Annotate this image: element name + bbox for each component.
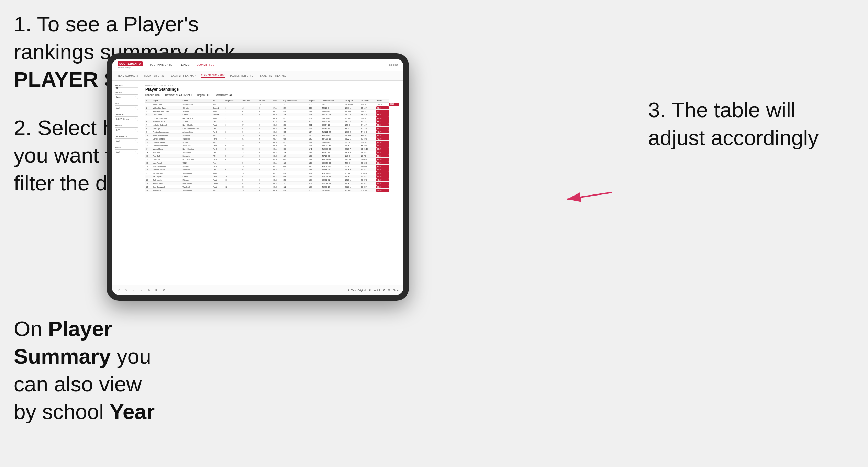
nav-link-committee[interactable]: COMMITTEE xyxy=(197,63,215,66)
cell-18-2: Arizona xyxy=(182,165,212,168)
cell-7-6: 2 xyxy=(258,127,272,130)
tablet-device: SCOREBOARD Powered by dipp8 TOURNAMENTS … xyxy=(107,53,409,301)
annotation-bottom: On PlayerSummary you can also view by sc… xyxy=(0,315,268,426)
cell-7-13: 49.42 xyxy=(376,127,389,130)
sub-nav-team-h2h-heatmap[interactable]: TEAM H2H HEATMAP xyxy=(169,75,195,77)
cell-23-12: 19-26-0 xyxy=(360,182,376,185)
cell-13-3: Third xyxy=(212,147,224,151)
no-rds-slider[interactable] xyxy=(115,87,138,88)
cell-21-8: -0.8 xyxy=(282,175,308,178)
sidebar-gender-control[interactable]: Men ▾ xyxy=(115,94,138,99)
cell-9-3: Fifth xyxy=(212,134,224,137)
sidebar-gender-label: Gender xyxy=(115,91,138,93)
cell-8-11: 19-39-2 xyxy=(344,130,360,134)
sub-nav-player-summary[interactable]: PLAYER SUMMARY xyxy=(201,74,225,78)
tablet-screen: SCOREBOARD Powered by dipp8 TOURNAMENTS … xyxy=(112,59,403,295)
nav-sign-out[interactable]: Sign out xyxy=(389,64,398,66)
cell-15-9: 1.92 xyxy=(308,154,321,158)
cell-4-0: 5 xyxy=(145,116,152,120)
filter-conference-value: All xyxy=(229,94,232,96)
sidebar-division-control[interactable]: NCAA Division I ▾ xyxy=(115,116,138,121)
toolbar-view: 👁 View: Original xyxy=(347,289,366,291)
cell-1-13: 76.3 xyxy=(376,106,389,110)
cell-3-1: Luke Claton xyxy=(152,113,182,116)
sub-nav-team-h2h-grid[interactable]: TEAM H2H GRID xyxy=(144,75,164,77)
table-row: 21Taiohon SongWashingtonFourth523169.1-1… xyxy=(145,171,399,175)
sidebar-conference-control[interactable]: (All) ▾ xyxy=(115,138,138,143)
sidebar-region-control[interactable]: N/A ▾ xyxy=(115,127,138,132)
cell-25-7: 68.6 xyxy=(272,189,282,192)
cell-10-10: 387-133-16 xyxy=(321,137,344,141)
cell-4-6: 2 xyxy=(258,116,272,120)
sidebar-player-control[interactable]: (All) ▾ xyxy=(115,149,138,154)
cell-4-10: 533-57-16 xyxy=(321,116,344,120)
cell-4-4: 2 xyxy=(224,116,241,120)
cell-6-10: 698-54-13 xyxy=(321,123,344,127)
cell-24-5: 23 xyxy=(241,185,258,189)
cell-0-10: 3.07 xyxy=(321,103,344,106)
grid-icon[interactable]: ⊞ xyxy=(388,289,390,292)
nav-link-teams[interactable]: TEAMS xyxy=(179,63,190,66)
cell-4-2: Georgia Tech xyxy=(182,116,212,120)
cell-13-13: 38.75 xyxy=(376,147,389,151)
chevron-down-icon-4: ▾ xyxy=(135,129,136,131)
cell-6-5: 27 xyxy=(241,123,258,127)
paste-icon[interactable]: ⊞ xyxy=(154,288,159,293)
cell-5-12: 50-18-9 xyxy=(360,120,376,123)
undo-icon[interactable]: ↩ xyxy=(116,288,121,293)
cell-21-13: 40.69 xyxy=(376,175,389,178)
cell-16-10: 406-172-16 xyxy=(321,158,344,161)
cell-25-0: 26 xyxy=(145,189,152,192)
redo-icon[interactable]: ↪ xyxy=(124,288,129,293)
watch-label[interactable]: Watch xyxy=(374,289,381,291)
cell-18-13: 41.81 xyxy=(376,165,389,168)
clock-icon[interactable]: ⊙ xyxy=(162,288,166,293)
cell-12-1: Phichaksn Maichon xyxy=(152,144,182,147)
cell-14-13: 40.55 xyxy=(376,151,389,154)
cell-4-1: Christo Lamprecht xyxy=(152,116,182,120)
copy-icon[interactable]: ⧉ xyxy=(146,288,151,293)
cell-9-0: 10 xyxy=(145,134,152,137)
forward-icon[interactable]: › xyxy=(139,288,144,293)
filter-region-label: Region: xyxy=(197,94,205,96)
cell-20-3: Fourth xyxy=(212,171,224,175)
cell-20-8: -1.8 xyxy=(282,171,308,175)
update-time: Update time: 27/03/2024 16:56:26 xyxy=(145,84,399,86)
table-row: 8Mats EgeEast Tennessee StateFifth124268… xyxy=(145,127,399,130)
chevron-down-icon: ▾ xyxy=(135,96,136,98)
filter-gender-value: Men xyxy=(155,94,160,96)
cell-20-11: 7-17-5 xyxy=(344,171,360,175)
view-label[interactable]: View: Original xyxy=(351,289,366,291)
share-label[interactable]: Share xyxy=(393,289,399,291)
cell-25-4: 7 xyxy=(224,189,241,192)
cell-0-6: 15 xyxy=(258,103,272,106)
table-row: 19Tiger ChristensenArizonaThird523269.2-… xyxy=(145,165,399,168)
cell-0-9: -3.2 xyxy=(308,103,321,106)
cell-24-11: 26-23-1 xyxy=(344,185,360,189)
back-icon[interactable]: ‹ xyxy=(131,288,136,293)
settings-icon[interactable]: ⚙ xyxy=(383,289,385,292)
sub-nav-player-h2h-grid[interactable]: PLAYER H2H GRID xyxy=(230,75,253,77)
cell-5-8: -2.0 xyxy=(282,120,308,123)
cell-12-8: -1.0 xyxy=(282,144,308,147)
cell-25-3: Fifth xyxy=(212,189,224,192)
chevron-down-icon-3: ▾ xyxy=(135,118,136,120)
cell-3-0: 4 xyxy=(145,113,152,116)
cell-21-0: 22 xyxy=(145,175,152,178)
nav-link-tournaments[interactable]: TOURNAMENTS xyxy=(149,63,173,66)
col-avg-sg: Avg SG xyxy=(308,99,321,103)
cell-8-3: Third xyxy=(212,130,224,134)
cell-22-13: 40.27 xyxy=(376,178,389,182)
cell-25-6: 0 xyxy=(258,189,272,192)
sidebar-year-control[interactable]: (All) ▾ xyxy=(115,105,138,110)
table-row: 5Christo LamprechtGeorgia TechFourth2212… xyxy=(145,116,399,120)
cell-20-9: 0.87 xyxy=(308,171,321,175)
cell-16-12: 54-51-4 xyxy=(360,158,376,161)
cell-11-4: 5 xyxy=(224,141,241,144)
cell-15-6: 0 xyxy=(258,154,272,158)
table-row: 18Luke PowellUCLAFirst424169.1-1.81.1350… xyxy=(145,161,399,165)
update-label: Update time: xyxy=(145,84,156,86)
cell-22-5: 24 xyxy=(241,178,258,182)
sub-nav-team-summary[interactable]: TEAM SUMMARY xyxy=(118,75,138,77)
sub-nav-player-h2h-heatmap[interactable]: PLAYER H2H HEATMAP xyxy=(259,75,288,77)
